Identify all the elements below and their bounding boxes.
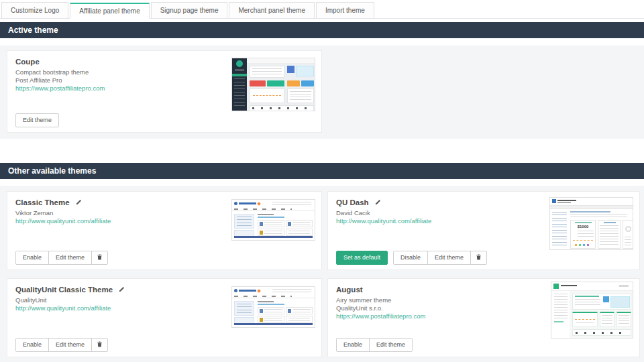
thumb-sidebar-lines — [554, 294, 568, 320]
thumb-panel-title — [575, 296, 599, 297]
quclassic-enable-button[interactable]: Enable — [16, 339, 48, 351]
thumb-legend-2 — [579, 244, 581, 246]
thumb-sidebar-active — [554, 321, 564, 322]
thumb-legend-1 — [575, 244, 577, 246]
thumb-stats-panel — [600, 312, 614, 327]
thumb-header-lines — [272, 289, 311, 293]
thumb-icons — [576, 332, 628, 334]
thumb-box-icon — [288, 222, 291, 226]
thumb-footer-strip — [234, 323, 313, 325]
thumb-intro-lines — [570, 214, 627, 218]
classic-url-link[interactable]: http://www.qualityunit.com/affiliate — [15, 217, 111, 225]
thumb-link-line — [258, 217, 284, 218]
thumb-lines — [575, 299, 600, 307]
thumb-card-orange — [287, 80, 300, 86]
thumb-content — [247, 64, 315, 111]
thumb-card-red — [250, 80, 266, 86]
thumb-icons-strip — [572, 329, 631, 336]
tab-merchant-panel-theme[interactable]: Merchant panel theme — [229, 2, 315, 18]
thumb-avatar — [287, 66, 294, 73]
pencil-icon[interactable] — [118, 286, 125, 293]
thumb-lines — [264, 231, 282, 234]
thumb-legend-3 — [583, 244, 585, 246]
theme-card-qudash: QU Dash David Cacik http://www.qualityun… — [327, 191, 640, 270]
thumb-logo-square — [552, 199, 556, 203]
quclassic-url-link[interactable]: http://www.qualityunit.com/affiliate — [15, 304, 111, 312]
classic-delete-button[interactable] — [91, 251, 107, 264]
tab-import-theme[interactable]: Import theme — [316, 2, 374, 18]
qudash-meta: David Cacik http://www.qualityunit.com/a… — [336, 209, 431, 225]
thumb-dashed-line — [573, 240, 593, 241]
tab-customize-logo[interactable]: Customize Logo — [1, 2, 68, 18]
august-url-link[interactable]: https://www.postaffiliatepro.com — [336, 312, 425, 320]
qudash-edit-theme-button[interactable]: Edit theme — [427, 251, 470, 264]
qudash-actions: Set as default Disable Edit theme — [336, 251, 487, 265]
classic-actions: Enable Edit theme — [15, 251, 108, 265]
thumb-nav-row — [232, 207, 315, 211]
thumb-announce-panel — [250, 66, 284, 78]
coupe-edit-theme-button[interactable]: Edit theme — [15, 113, 59, 127]
thumb-grid-box4 — [286, 316, 313, 323]
quclassic-edit-theme-button[interactable]: Edit theme — [48, 339, 91, 351]
pencil-icon[interactable] — [75, 199, 82, 206]
qudash-url-link[interactable]: http://www.qualityunit.com/affiliate — [336, 217, 431, 225]
thumb-chart-line — [253, 95, 281, 96]
classic-edit-theme-button[interactable]: Edit theme — [48, 251, 91, 264]
thumb-logo-x — [257, 202, 261, 206]
august-enable-button[interactable]: Enable — [337, 339, 369, 351]
thumb-breadcrumb-line — [570, 211, 610, 213]
thumb-chart-panel — [250, 88, 284, 103]
quclassic-name: QualityUnit Classic Theme — [15, 286, 113, 294]
quclassic-delete-button[interactable] — [91, 339, 107, 351]
thumb-box-icon — [260, 222, 263, 226]
thumb-box-icon — [260, 309, 263, 313]
classic-theme-thumbnail — [231, 199, 315, 241]
thumb-chart-line — [575, 319, 595, 320]
coupe-url-link[interactable]: https://www.postaffiliatepro.com — [15, 84, 105, 92]
thumb-logo-text — [239, 290, 256, 292]
qudash-set-default-button[interactable]: Set as default — [336, 251, 388, 265]
thumb-iconbar — [235, 69, 244, 71]
thumb-logo-dot — [234, 289, 237, 292]
active-theme-header: Active theme — [0, 22, 644, 38]
thumb-lines — [252, 68, 282, 75]
trash-icon — [97, 254, 103, 261]
thumb-lines — [292, 222, 311, 225]
thumb-amount-text: $1000 — [571, 225, 595, 229]
thumb-box-icon — [260, 231, 263, 235]
thumb-lines — [264, 318, 282, 321]
thumb-grid-box2 — [286, 307, 313, 314]
theme-card-quclassic: QualityUnit Classic Theme QualityUnit ht… — [7, 278, 322, 357]
theme-card-august: August Airy summer theme QualityUnit s.r… — [327, 278, 640, 357]
thumb-heading-line — [258, 301, 274, 302]
quclassic-actions: Enable Edit theme — [15, 338, 108, 352]
qudash-delete-button[interactable] — [470, 251, 486, 264]
thumb-donut — [625, 226, 631, 232]
quclassic-author: QualityUnit — [15, 296, 111, 304]
thumb-logo — [236, 60, 243, 67]
classic-name: Classic Theme — [15, 198, 70, 206]
thumb-sidebar-box1 — [234, 214, 254, 229]
thumb-text-panel — [287, 88, 314, 103]
classic-enable-button[interactable]: Enable — [16, 251, 48, 264]
thumb-lines — [264, 309, 282, 312]
thumb-grid-box1 — [258, 220, 284, 227]
thumb-grid-box1 — [258, 307, 284, 314]
thumb-col-news — [598, 220, 621, 249]
tab-signup-page-theme[interactable]: Signup page theme — [151, 2, 228, 18]
thumb-lines — [290, 91, 311, 101]
pencil-icon[interactable] — [374, 199, 381, 206]
thumb-box-icon — [288, 309, 291, 313]
qudash-theme-thumbnail: $1000 — [549, 197, 633, 250]
thumb-legend-4 — [587, 244, 589, 246]
thumb-welcome-panel — [572, 294, 631, 310]
tab-affiliate-panel-theme[interactable]: Affiliate panel theme — [70, 3, 149, 19]
august-edit-theme-button[interactable]: Edit theme — [369, 339, 412, 351]
august-author: QualityUnit s.r.o. — [336, 304, 425, 312]
theme-tabs: Customize Logo Affiliate panel theme Sig… — [0, 2, 644, 19]
qudash-disable-button[interactable]: Disable — [394, 251, 427, 264]
thumb-sidebar-box1 — [234, 301, 254, 316]
thumb-box-icon — [260, 318, 263, 322]
thumb-lines — [600, 225, 619, 246]
thumb-lines — [602, 315, 612, 324]
